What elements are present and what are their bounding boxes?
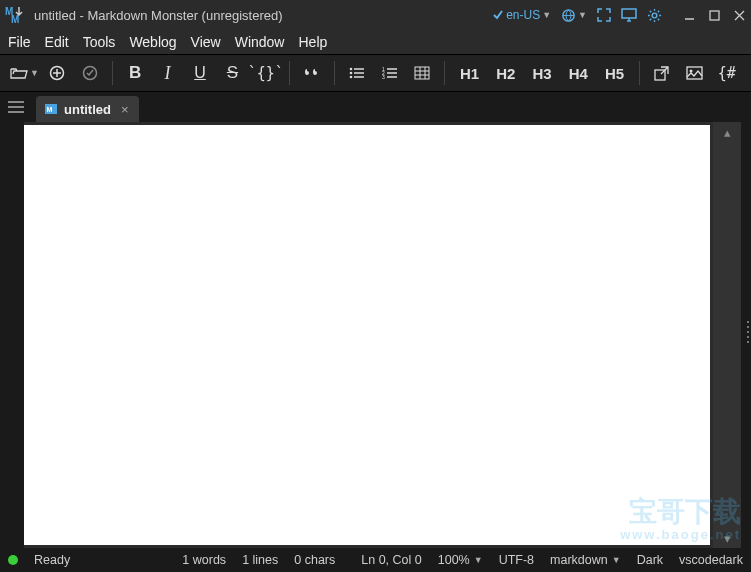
h5-button[interactable]: H5 (598, 58, 630, 88)
svg-text:M: M (11, 14, 19, 25)
save-button[interactable] (75, 58, 103, 88)
svg-point-10 (350, 76, 353, 79)
document-tab[interactable]: M untitled × (36, 96, 139, 122)
toolbar: ▼ B I U S `{}` 123 H1 H2 H3 H4 H5 {# (0, 54, 751, 92)
table-button[interactable] (408, 58, 436, 88)
tab-close-icon[interactable]: × (121, 102, 129, 117)
fullscreen-icon[interactable] (597, 8, 611, 22)
bold-button[interactable]: B (121, 58, 149, 88)
svg-rect-5 (710, 11, 719, 20)
tab-bar: M untitled × (0, 92, 751, 122)
menu-tools[interactable]: Tools (83, 34, 116, 50)
scroll-down-icon[interactable]: ▾ (713, 528, 741, 548)
menu-bar: File Edit Tools Weblog View Window Help (0, 30, 751, 54)
vertical-scrollbar[interactable]: ▴ ▾ (713, 122, 741, 548)
toolbar-separator (444, 61, 445, 85)
status-ready: Ready (34, 553, 70, 567)
svg-point-17 (689, 70, 692, 73)
toolbar-separator (639, 61, 640, 85)
h4-button[interactable]: H4 (562, 58, 594, 88)
globe-icon[interactable]: ▼ (561, 8, 587, 23)
maximize-button[interactable] (709, 10, 720, 21)
menu-view[interactable]: View (191, 34, 221, 50)
strikethrough-button[interactable]: S (218, 58, 246, 88)
h1-button[interactable]: H1 (453, 58, 485, 88)
status-language[interactable]: markdown▼ (550, 553, 621, 567)
toolbar-separator (334, 61, 335, 85)
open-folder-button[interactable]: ▼ (10, 58, 39, 88)
menu-edit[interactable]: Edit (45, 34, 69, 50)
svg-point-8 (350, 68, 353, 71)
svg-rect-3 (622, 9, 636, 18)
menu-help[interactable]: Help (298, 34, 327, 50)
toolbar-separator (112, 61, 113, 85)
left-gutter (0, 122, 24, 548)
close-button[interactable] (734, 10, 745, 21)
svg-point-4 (652, 13, 657, 18)
bullet-list-button[interactable] (343, 58, 371, 88)
status-led-icon (8, 555, 18, 565)
language-selector[interactable]: en-US ▼ (492, 8, 551, 22)
image-button[interactable] (680, 58, 708, 88)
svg-rect-14 (415, 67, 429, 79)
menu-weblog[interactable]: Weblog (129, 34, 176, 50)
underline-button[interactable]: U (186, 58, 214, 88)
code-block-button[interactable]: `{}` (251, 58, 281, 88)
italic-button[interactable]: I (153, 58, 181, 88)
status-position: Ln 0, Col 0 (361, 553, 421, 567)
numbered-list-button[interactable]: 123 (376, 58, 404, 88)
svg-point-9 (350, 72, 353, 75)
status-bar: Ready 1 words 1 lines 0 chars Ln 0, Col … (0, 548, 751, 572)
main-area: ▴ ▾ (0, 122, 751, 548)
splitter-handle[interactable] (741, 122, 751, 548)
h2-button[interactable]: H2 (490, 58, 522, 88)
title-controls: en-US ▼ ▼ (492, 8, 745, 23)
h3-button[interactable]: H3 (526, 58, 558, 88)
toolbar-separator (289, 61, 290, 85)
menu-window[interactable]: Window (235, 34, 285, 50)
status-lines: 1 lines (242, 553, 278, 567)
gear-icon[interactable] (647, 8, 662, 23)
menu-file[interactable]: File (8, 34, 31, 50)
status-theme-app[interactable]: Dark (637, 553, 663, 567)
status-zoom-value: 100% (438, 553, 470, 567)
status-theme-editor[interactable]: vscodedark (679, 553, 743, 567)
special-char-button[interactable]: {# (713, 58, 741, 88)
title-bar: M M untitled - Markdown Monster (unregis… (0, 0, 751, 30)
svg-text:M: M (47, 106, 53, 113)
status-language-value: markdown (550, 553, 608, 567)
svg-text:3: 3 (382, 74, 385, 80)
new-document-button[interactable] (43, 58, 71, 88)
external-link-button[interactable] (648, 58, 676, 88)
editor-textarea[interactable] (24, 125, 710, 545)
tab-title: untitled (64, 102, 111, 117)
markdown-file-icon: M (44, 102, 58, 116)
status-chars: 0 chars (294, 553, 335, 567)
status-words: 1 words (182, 553, 226, 567)
scroll-up-icon[interactable]: ▴ (713, 122, 741, 142)
status-zoom[interactable]: 100%▼ (438, 553, 483, 567)
status-encoding[interactable]: UTF-8 (499, 553, 534, 567)
editor-wrap (24, 122, 713, 548)
language-label: en-US (506, 8, 540, 22)
quote-button[interactable] (298, 58, 326, 88)
window-title: untitled - Markdown Monster (unregistere… (34, 8, 492, 23)
monitor-icon[interactable] (621, 8, 637, 22)
sidebar-toggle-icon[interactable] (4, 92, 28, 122)
app-logo-icon: M M (4, 4, 26, 26)
minimize-button[interactable] (684, 10, 695, 21)
